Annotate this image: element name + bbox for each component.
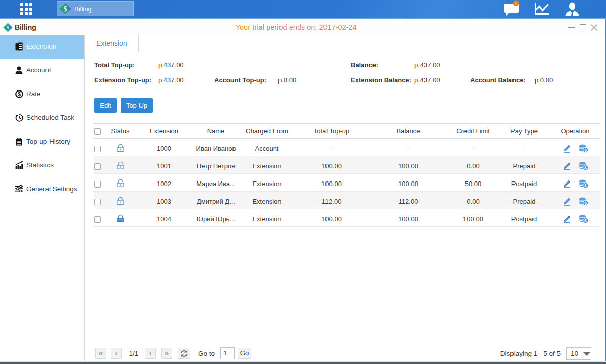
svg-text:!: !	[515, 1, 517, 6]
svg-text:$: $	[64, 5, 67, 13]
svg-text:$: $	[584, 147, 587, 152]
svg-text:$: $	[18, 91, 21, 97]
svg-text:$: $	[584, 218, 587, 223]
svg-text:$: $	[584, 200, 587, 205]
svg-text:$: $	[7, 25, 9, 30]
svg-text:$: $	[584, 165, 587, 170]
svg-text:$: $	[584, 183, 587, 188]
